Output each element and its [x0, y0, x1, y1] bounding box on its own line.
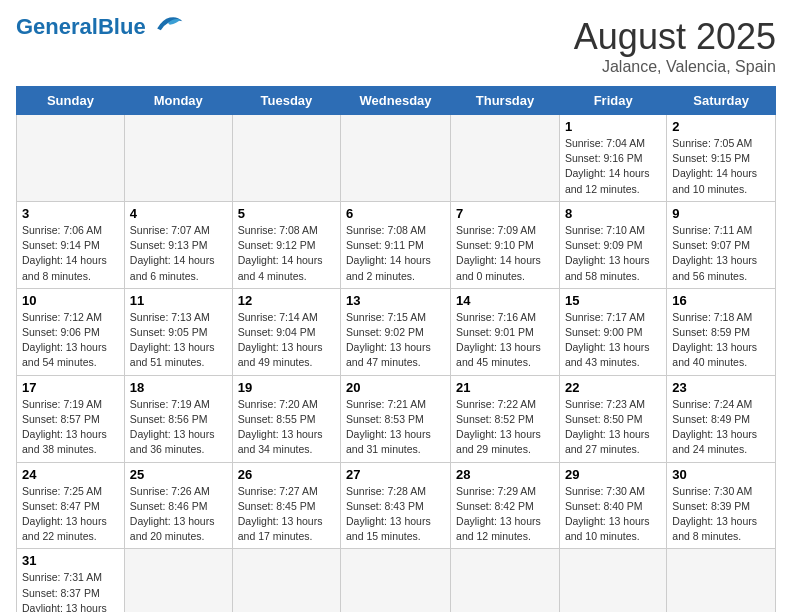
day-number: 8: [565, 206, 661, 221]
day-info: Sunrise: 7:14 AM Sunset: 9:04 PM Dayligh…: [238, 310, 335, 371]
calendar-week-row: 10Sunrise: 7:12 AM Sunset: 9:06 PM Dayli…: [17, 288, 776, 375]
day-number: 13: [346, 293, 445, 308]
calendar-day-cell: 14Sunrise: 7:16 AM Sunset: 9:01 PM Dayli…: [451, 288, 560, 375]
calendar-day-cell: 17Sunrise: 7:19 AM Sunset: 8:57 PM Dayli…: [17, 375, 125, 462]
logo-bird-icon: [150, 12, 186, 34]
calendar-day-cell: [451, 549, 560, 612]
day-info: Sunrise: 7:22 AM Sunset: 8:52 PM Dayligh…: [456, 397, 554, 458]
calendar-week-row: 1Sunrise: 7:04 AM Sunset: 9:16 PM Daylig…: [17, 115, 776, 202]
day-number: 15: [565, 293, 661, 308]
day-info: Sunrise: 7:18 AM Sunset: 8:59 PM Dayligh…: [672, 310, 770, 371]
day-number: 30: [672, 467, 770, 482]
day-info: Sunrise: 7:13 AM Sunset: 9:05 PM Dayligh…: [130, 310, 227, 371]
calendar-day-cell: [559, 549, 666, 612]
calendar-header-row: SundayMondayTuesdayWednesdayThursdayFrid…: [17, 87, 776, 115]
calendar-day-cell: 21Sunrise: 7:22 AM Sunset: 8:52 PM Dayli…: [451, 375, 560, 462]
logo-general: General: [16, 14, 98, 39]
day-number: 26: [238, 467, 335, 482]
day-number: 19: [238, 380, 335, 395]
calendar-day-cell: 29Sunrise: 7:30 AM Sunset: 8:40 PM Dayli…: [559, 462, 666, 549]
day-info: Sunrise: 7:19 AM Sunset: 8:56 PM Dayligh…: [130, 397, 227, 458]
day-number: 21: [456, 380, 554, 395]
day-number: 6: [346, 206, 445, 221]
header-friday: Friday: [559, 87, 666, 115]
day-info: Sunrise: 7:07 AM Sunset: 9:13 PM Dayligh…: [130, 223, 227, 284]
calendar-day-cell: 25Sunrise: 7:26 AM Sunset: 8:46 PM Dayli…: [124, 462, 232, 549]
day-number: 14: [456, 293, 554, 308]
calendar-week-row: 24Sunrise: 7:25 AM Sunset: 8:47 PM Dayli…: [17, 462, 776, 549]
day-number: 23: [672, 380, 770, 395]
day-number: 20: [346, 380, 445, 395]
calendar-day-cell: [232, 549, 340, 612]
day-number: 4: [130, 206, 227, 221]
calendar-day-cell: 7Sunrise: 7:09 AM Sunset: 9:10 PM Daylig…: [451, 201, 560, 288]
day-number: 29: [565, 467, 661, 482]
calendar-day-cell: 28Sunrise: 7:29 AM Sunset: 8:42 PM Dayli…: [451, 462, 560, 549]
day-number: 5: [238, 206, 335, 221]
day-number: 10: [22, 293, 119, 308]
day-number: 16: [672, 293, 770, 308]
calendar-week-row: 31Sunrise: 7:31 AM Sunset: 8:37 PM Dayli…: [17, 549, 776, 612]
header-saturday: Saturday: [667, 87, 776, 115]
day-info: Sunrise: 7:25 AM Sunset: 8:47 PM Dayligh…: [22, 484, 119, 545]
day-info: Sunrise: 7:24 AM Sunset: 8:49 PM Dayligh…: [672, 397, 770, 458]
calendar-day-cell: [124, 549, 232, 612]
day-info: Sunrise: 7:28 AM Sunset: 8:43 PM Dayligh…: [346, 484, 445, 545]
day-info: Sunrise: 7:04 AM Sunset: 9:16 PM Dayligh…: [565, 136, 661, 197]
calendar-day-cell: 18Sunrise: 7:19 AM Sunset: 8:56 PM Dayli…: [124, 375, 232, 462]
calendar-day-cell: 1Sunrise: 7:04 AM Sunset: 9:16 PM Daylig…: [559, 115, 666, 202]
calendar-day-cell: 13Sunrise: 7:15 AM Sunset: 9:02 PM Dayli…: [341, 288, 451, 375]
day-info: Sunrise: 7:09 AM Sunset: 9:10 PM Dayligh…: [456, 223, 554, 284]
day-number: 18: [130, 380, 227, 395]
day-number: 3: [22, 206, 119, 221]
day-info: Sunrise: 7:26 AM Sunset: 8:46 PM Dayligh…: [130, 484, 227, 545]
day-info: Sunrise: 7:06 AM Sunset: 9:14 PM Dayligh…: [22, 223, 119, 284]
header-wednesday: Wednesday: [341, 87, 451, 115]
day-number: 7: [456, 206, 554, 221]
day-info: Sunrise: 7:31 AM Sunset: 8:37 PM Dayligh…: [22, 570, 119, 612]
day-info: Sunrise: 7:20 AM Sunset: 8:55 PM Dayligh…: [238, 397, 335, 458]
calendar-day-cell: 31Sunrise: 7:31 AM Sunset: 8:37 PM Dayli…: [17, 549, 125, 612]
calendar-table: SundayMondayTuesdayWednesdayThursdayFrid…: [16, 86, 776, 612]
day-info: Sunrise: 7:08 AM Sunset: 9:12 PM Dayligh…: [238, 223, 335, 284]
calendar-day-cell: 16Sunrise: 7:18 AM Sunset: 8:59 PM Dayli…: [667, 288, 776, 375]
day-number: 9: [672, 206, 770, 221]
day-info: Sunrise: 7:19 AM Sunset: 8:57 PM Dayligh…: [22, 397, 119, 458]
logo-blue: Blue: [98, 14, 146, 39]
calendar-day-cell: [451, 115, 560, 202]
day-number: 17: [22, 380, 119, 395]
calendar-day-cell: 3Sunrise: 7:06 AM Sunset: 9:14 PM Daylig…: [17, 201, 125, 288]
day-info: Sunrise: 7:15 AM Sunset: 9:02 PM Dayligh…: [346, 310, 445, 371]
calendar-day-cell: 5Sunrise: 7:08 AM Sunset: 9:12 PM Daylig…: [232, 201, 340, 288]
calendar-day-cell: 24Sunrise: 7:25 AM Sunset: 8:47 PM Dayli…: [17, 462, 125, 549]
day-number: 31: [22, 553, 119, 568]
header-tuesday: Tuesday: [232, 87, 340, 115]
day-number: 28: [456, 467, 554, 482]
day-info: Sunrise: 7:10 AM Sunset: 9:09 PM Dayligh…: [565, 223, 661, 284]
calendar-day-cell: 12Sunrise: 7:14 AM Sunset: 9:04 PM Dayli…: [232, 288, 340, 375]
calendar-day-cell: 27Sunrise: 7:28 AM Sunset: 8:43 PM Dayli…: [341, 462, 451, 549]
day-number: 27: [346, 467, 445, 482]
calendar-day-cell: 2Sunrise: 7:05 AM Sunset: 9:15 PM Daylig…: [667, 115, 776, 202]
calendar-day-cell: 4Sunrise: 7:07 AM Sunset: 9:13 PM Daylig…: [124, 201, 232, 288]
calendar-day-cell: 30Sunrise: 7:30 AM Sunset: 8:39 PM Dayli…: [667, 462, 776, 549]
day-info: Sunrise: 7:16 AM Sunset: 9:01 PM Dayligh…: [456, 310, 554, 371]
day-info: Sunrise: 7:30 AM Sunset: 8:39 PM Dayligh…: [672, 484, 770, 545]
page-header: GeneralBlue August 2025 Jalance, Valenci…: [16, 16, 776, 76]
calendar-day-cell: 23Sunrise: 7:24 AM Sunset: 8:49 PM Dayli…: [667, 375, 776, 462]
calendar-day-cell: [232, 115, 340, 202]
calendar-day-cell: 6Sunrise: 7:08 AM Sunset: 9:11 PM Daylig…: [341, 201, 451, 288]
header-thursday: Thursday: [451, 87, 560, 115]
calendar-day-cell: [124, 115, 232, 202]
day-info: Sunrise: 7:12 AM Sunset: 9:06 PM Dayligh…: [22, 310, 119, 371]
location-subtitle: Jalance, Valencia, Spain: [574, 58, 776, 76]
logo: GeneralBlue: [16, 16, 186, 38]
month-year-title: August 2025: [574, 16, 776, 58]
day-info: Sunrise: 7:21 AM Sunset: 8:53 PM Dayligh…: [346, 397, 445, 458]
calendar-day-cell: 10Sunrise: 7:12 AM Sunset: 9:06 PM Dayli…: [17, 288, 125, 375]
day-info: Sunrise: 7:23 AM Sunset: 8:50 PM Dayligh…: [565, 397, 661, 458]
day-number: 22: [565, 380, 661, 395]
day-info: Sunrise: 7:29 AM Sunset: 8:42 PM Dayligh…: [456, 484, 554, 545]
day-info: Sunrise: 7:27 AM Sunset: 8:45 PM Dayligh…: [238, 484, 335, 545]
title-block: August 2025 Jalance, Valencia, Spain: [574, 16, 776, 76]
